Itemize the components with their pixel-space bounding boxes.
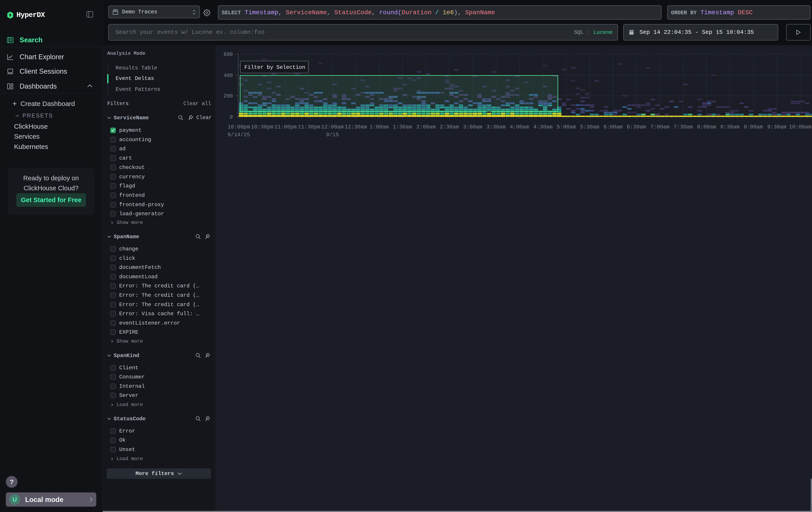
- svg-text:0: 0: [230, 114, 233, 120]
- svg-text:10:00am: 10:00am: [789, 124, 812, 130]
- svg-text:600: 600: [224, 52, 233, 57]
- svg-text:9:00am: 9:00am: [744, 124, 763, 130]
- svg-text:12:30am: 12:30am: [345, 124, 367, 130]
- svg-text:5:00am: 5:00am: [557, 124, 576, 130]
- svg-text:4:00am: 4:00am: [510, 124, 529, 130]
- svg-text:5:30am: 5:30am: [580, 124, 599, 130]
- svg-text:7:30am: 7:30am: [674, 124, 693, 130]
- svg-text:2:30am: 2:30am: [440, 124, 459, 130]
- svg-text:2:00am: 2:00am: [416, 124, 436, 130]
- svg-text:400: 400: [224, 73, 233, 79]
- svg-text:Filter by Selection: Filter by Selection: [244, 64, 305, 70]
- svg-text:1:30am: 1:30am: [393, 124, 412, 130]
- svg-text:6:30am: 6:30am: [627, 124, 646, 130]
- svg-text:11:30pm: 11:30pm: [298, 124, 320, 130]
- svg-text:3:00am: 3:00am: [463, 124, 482, 130]
- svg-text:12:00am: 12:00am: [321, 124, 344, 130]
- svg-text:10:00pm: 10:00pm: [228, 124, 250, 130]
- svg-text:1:00am: 1:00am: [370, 124, 389, 130]
- svg-text:10:30pm: 10:30pm: [251, 124, 273, 130]
- svg-text:3:30am: 3:30am: [487, 124, 505, 130]
- svg-text:6:00am: 6:00am: [604, 124, 622, 130]
- svg-text:9/15: 9/15: [326, 132, 339, 138]
- svg-text:9:30am: 9:30am: [767, 124, 786, 130]
- svg-text:8:30am: 8:30am: [720, 124, 740, 130]
- svg-text:200: 200: [224, 93, 233, 99]
- svg-text:4:30am: 4:30am: [533, 124, 553, 130]
- svg-text:7:00am: 7:00am: [650, 124, 669, 130]
- svg-text:9/14/25: 9/14/25: [228, 132, 250, 138]
- svg-text:8:00am: 8:00am: [697, 124, 716, 130]
- svg-text:11:00pm: 11:00pm: [274, 124, 297, 130]
